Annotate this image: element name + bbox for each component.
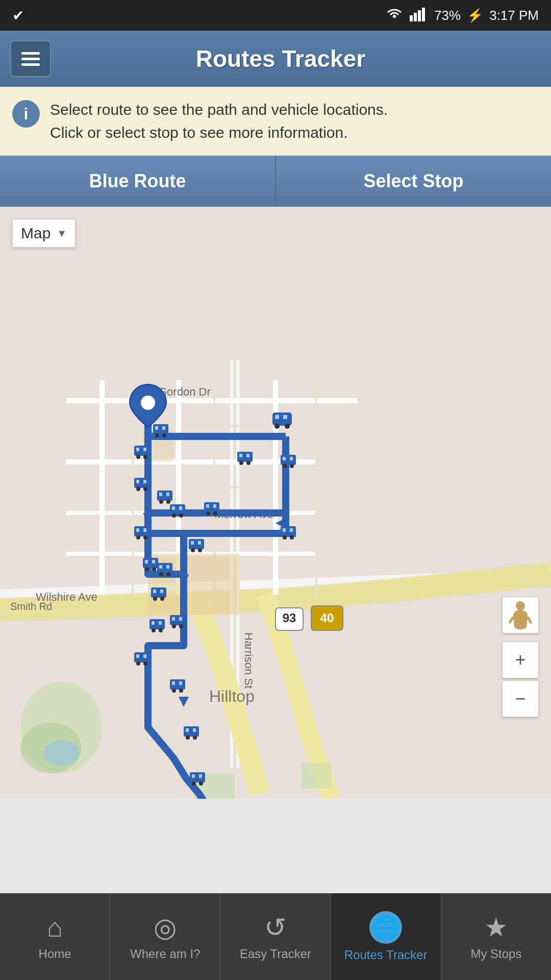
- zoom-out-button[interactable]: −: [502, 680, 539, 717]
- menu-button[interactable]: [10, 40, 51, 77]
- svg-point-105: [290, 535, 294, 540]
- svg-point-134: [136, 662, 140, 666]
- svg-rect-63: [246, 454, 249, 457]
- svg-rect-123: [179, 617, 182, 621]
- svg-rect-117: [153, 590, 156, 593]
- svg-point-65: [246, 461, 251, 465]
- svg-rect-133: [143, 654, 146, 658]
- svg-point-145: [193, 736, 197, 740]
- svg-point-50: [285, 424, 290, 429]
- app-header: Routes Tracker: [0, 31, 551, 87]
- blue-route-button[interactable]: Blue Route: [0, 156, 276, 207]
- svg-point-124: [172, 624, 176, 628]
- location-icon: ◎: [154, 912, 177, 943]
- svg-rect-128: [159, 621, 162, 625]
- svg-point-139: [172, 689, 176, 693]
- hamburger-icon: [21, 52, 40, 66]
- svg-rect-113: [166, 565, 169, 569]
- svg-rect-137: [172, 681, 175, 685]
- svg-point-114: [159, 572, 163, 576]
- wifi-icon: [385, 6, 404, 25]
- svg-line-172: [528, 617, 532, 623]
- svg-rect-58: [143, 448, 146, 451]
- svg-text:Harrison St: Harrison St: [242, 632, 255, 689]
- app-icon: ✔: [12, 7, 24, 24]
- svg-text:93: 93: [283, 611, 296, 625]
- svg-rect-122: [172, 617, 175, 621]
- svg-rect-87: [172, 506, 175, 510]
- street-view-button[interactable]: [502, 597, 539, 633]
- svg-text:40: 40: [320, 611, 334, 625]
- svg-rect-62: [239, 454, 242, 457]
- svg-point-84: [206, 511, 210, 516]
- svg-point-109: [145, 567, 149, 571]
- svg-rect-38: [301, 763, 332, 789]
- refresh-icon: ↺: [264, 912, 287, 943]
- svg-rect-118: [160, 590, 163, 593]
- map-container[interactable]: Map ▼ Gordon Dr: [0, 207, 551, 799]
- route-buttons-bar: Blue Route Select Stop: [0, 156, 551, 207]
- svg-rect-107: [145, 560, 148, 564]
- svg-point-130: [159, 628, 163, 632]
- nav-item-my-stops[interactable]: ★ My Stops: [441, 893, 551, 980]
- nav-label-where-am-i: Where am I?: [130, 947, 200, 961]
- svg-rect-108: [152, 560, 155, 564]
- select-stop-button[interactable]: Select Stop: [276, 156, 551, 207]
- status-bar: ✔ 73% ⚡ 3:17 PM: [0, 0, 551, 31]
- map-type-selector[interactable]: Map ▼: [12, 219, 76, 248]
- home-icon: ⌂: [47, 912, 63, 943]
- svg-text:Gordon Dr: Gordon Dr: [158, 385, 211, 398]
- nav-item-where-am-i[interactable]: ◎ Where am I?: [110, 893, 220, 980]
- svg-point-64: [239, 461, 243, 465]
- svg-rect-93: [143, 528, 146, 532]
- svg-point-75: [143, 487, 147, 491]
- map-svg: Gordon Dr Morrow Ave Wilshire Ave Smith …: [0, 207, 551, 799]
- svg-point-59: [136, 455, 140, 459]
- svg-point-135: [143, 662, 147, 666]
- nav-label-home: Home: [39, 947, 71, 961]
- nav-item-home[interactable]: ⌂ Home: [0, 893, 110, 980]
- svg-point-162: [141, 396, 155, 410]
- svg-line-171: [509, 617, 513, 623]
- svg-point-74: [136, 487, 140, 491]
- nav-label-easy-tracker: Easy Tracker: [240, 947, 311, 961]
- nav-label-my-stops: My Stops: [470, 947, 521, 961]
- svg-rect-72: [136, 480, 139, 483]
- svg-rect-127: [152, 621, 155, 625]
- svg-point-90: [179, 513, 183, 518]
- globe-icon: 🌐: [369, 911, 402, 944]
- bottom-navigation: ⌂ Home ◎ Where am I? ↺ Easy Tracker 🌐 Ro…: [0, 893, 551, 980]
- svg-point-54: [155, 433, 159, 437]
- zoom-in-button[interactable]: +: [502, 642, 539, 678]
- svg-point-55: [162, 433, 166, 437]
- svg-point-150: [199, 781, 203, 786]
- battery-text: 73%: [434, 8, 461, 23]
- svg-point-94: [136, 535, 140, 540]
- svg-rect-148: [199, 774, 202, 778]
- svg-rect-0: [410, 15, 413, 21]
- svg-text:Hilltop: Hilltop: [209, 687, 255, 705]
- svg-point-89: [172, 513, 176, 518]
- svg-point-39: [43, 740, 79, 766]
- svg-rect-92: [136, 528, 139, 532]
- svg-point-69: [283, 464, 287, 468]
- nav-item-routes-tracker[interactable]: 🌐 Routes Tracker: [331, 893, 441, 980]
- svg-rect-77: [159, 493, 162, 496]
- nav-item-easy-tracker[interactable]: ↺ Easy Tracker: [220, 893, 331, 980]
- time-display: 3:17 PM: [489, 8, 539, 23]
- status-left: ✔: [12, 7, 24, 24]
- svg-point-119: [153, 597, 157, 601]
- info-text: Select route to see the path and vehicle…: [50, 98, 388, 144]
- svg-rect-67: [283, 457, 286, 460]
- svg-point-115: [166, 572, 170, 576]
- map-controls: + −: [502, 597, 539, 717]
- svg-point-140: [179, 689, 183, 693]
- svg-point-49: [274, 424, 280, 429]
- info-icon: i: [12, 100, 40, 128]
- svg-point-80: [166, 500, 170, 504]
- svg-rect-52: [155, 426, 158, 430]
- svg-point-70: [290, 464, 294, 468]
- svg-text:Smith Rd: Smith Rd: [10, 601, 52, 612]
- svg-point-79: [159, 500, 163, 504]
- svg-point-85: [213, 511, 217, 516]
